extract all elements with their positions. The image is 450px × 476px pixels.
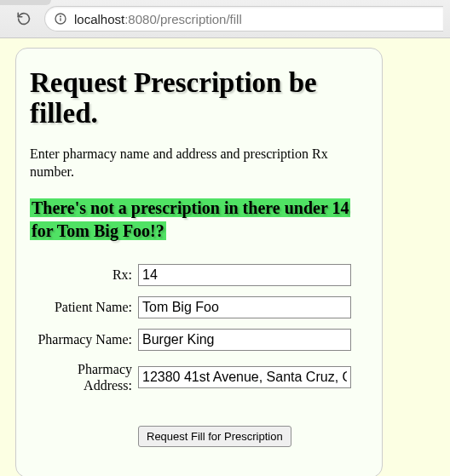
browser-toolbar: localhost:8080/prescription/fill — [0, 0, 450, 38]
spacer-row — [32, 399, 352, 420]
label-patient-name: Patient Name: — [32, 292, 136, 323]
url-text: localhost:8080/prescription/fill — [74, 12, 242, 26]
form-table: Rx: Patient Name: Pharmacy Name: Pharmac… — [30, 258, 354, 453]
label-rx: Rx: — [32, 260, 136, 290]
svg-point-2 — [61, 16, 61, 17]
info-icon — [54, 12, 67, 26]
form-card: Request Prescription be filled. Enter ph… — [15, 48, 383, 476]
instructions: Enter pharmacy name and address and pres… — [30, 145, 368, 181]
row-patient-name: Patient Name: — [32, 292, 352, 323]
page-body: Request Prescription be filled. Enter ph… — [0, 38, 450, 476]
reload-button[interactable] — [12, 7, 36, 31]
label-pharmacy-name: Pharmacy Name: — [32, 324, 136, 355]
page-title: Request Prescription be filled. — [30, 67, 368, 129]
address-bar[interactable]: localhost:8080/prescription/fill — [44, 6, 443, 32]
tab-hint — [0, 0, 51, 5]
input-patient-name[interactable] — [138, 296, 351, 318]
prescription-form: Rx: Patient Name: Pharmacy Name: Pharmac… — [30, 258, 368, 453]
error-container: There's not a prescription in there unde… — [30, 197, 368, 243]
submit-button[interactable]: Request Fill for Prescription — [138, 426, 291, 447]
label-pharmacy-address: Pharmacy Address: — [32, 357, 136, 398]
row-submit: Request Fill for Prescription — [32, 422, 352, 451]
reload-icon — [16, 11, 32, 26]
error-message: There's not a prescription in there unde… — [30, 198, 350, 240]
url-rest: :8080/prescription/fill — [124, 12, 242, 26]
url-host: localhost — [74, 12, 124, 26]
input-pharmacy-name[interactable] — [138, 329, 351, 351]
input-rx[interactable] — [138, 264, 351, 286]
row-rx: Rx: — [32, 260, 352, 290]
row-pharmacy-name: Pharmacy Name: — [32, 324, 352, 355]
row-pharmacy-address: Pharmacy Address: — [32, 357, 352, 398]
input-pharmacy-address[interactable] — [138, 366, 351, 388]
